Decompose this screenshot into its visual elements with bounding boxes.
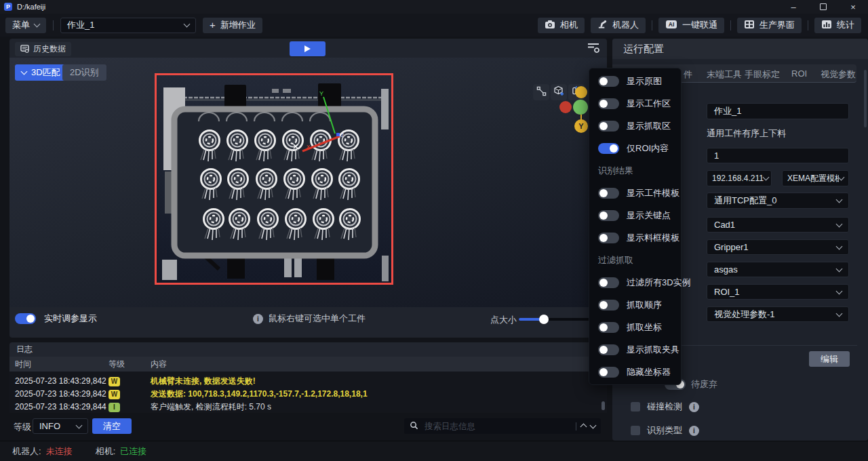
recognition-checkbox[interactable] [631, 426, 640, 435]
minimize-button[interactable]: – [778, 0, 808, 14]
one-key-link-button[interactable]: AI 一键联通 [658, 18, 724, 33]
gizmo-axis-dot-y[interactable]: Y [574, 119, 588, 133]
menu-item[interactable]: 显示关键点 [589, 204, 681, 226]
gripper-select[interactable]: Gripper1 [707, 239, 849, 255]
show-keypoints-toggle[interactable] [598, 210, 619, 221]
svg-text:X: X [307, 144, 311, 150]
log-scrollbar[interactable] [601, 401, 605, 410]
robot-status-value: 未连接 [46, 445, 73, 458]
menu-item[interactable]: 抓取坐标 [589, 316, 681, 338]
show-original-toggle[interactable] [598, 76, 619, 87]
menu-button[interactable]: 菜单 [5, 18, 46, 33]
tab-end-tool[interactable]: 末端工具 [707, 68, 742, 81]
roi-select[interactable]: ROI_1 [707, 284, 849, 300]
run-button[interactable] [290, 41, 326, 56]
roi-rectangle[interactable]: Y X Z [155, 73, 393, 285]
job-select[interactable]: 作业_1 [60, 18, 196, 33]
tab-vision-params[interactable]: 视觉参数 [821, 68, 856, 81]
viewer-hint-text: 鼠标右键可选中单个工件 [269, 313, 366, 325]
menu-item[interactable]: 抓取顺序 [589, 294, 681, 316]
log-row[interactable]: 2025-07-23 18:43:29,842 W 发送数据: 100,718.… [9, 388, 607, 401]
edit-button[interactable]: 编辑 [809, 351, 850, 367]
vision-params-select[interactable]: 视觉处理参数-1 [707, 306, 849, 322]
show-grabzone-toggle[interactable] [598, 121, 619, 132]
tab-roi[interactable]: ROI [791, 68, 807, 79]
chevron-down-icon [184, 21, 191, 28]
measure-tool-button[interactable] [533, 84, 549, 100]
close-button[interactable]: × [838, 0, 868, 14]
clear-log-button[interactable]: 清空 [92, 418, 132, 434]
tab-workpiece[interactable]: 件 [684, 68, 692, 81]
recognition-label: 识别类型 [647, 424, 682, 437]
menu-section-header: 识别结果 [589, 159, 681, 182]
live-tuning-toggle[interactable] [15, 313, 36, 324]
history-data-button[interactable]: 历史数据 [15, 42, 71, 56]
chevron-down-icon[interactable] [590, 422, 597, 428]
menu-item[interactable]: 显示料框模板 [589, 226, 681, 249]
tab-2d-recognition[interactable]: 2D识别 [62, 64, 106, 81]
camera-template-select[interactable]: XEMA配置模板- [782, 170, 849, 186]
panel-scrollbar[interactable] [864, 70, 867, 127]
production-ui-button[interactable]: 生产界面 [737, 18, 802, 33]
app-logo-icon: P [4, 3, 12, 11]
gizmo-axis-dot-red[interactable] [559, 101, 572, 113]
level-filter-select[interactable]: INFO [33, 418, 88, 434]
divider [652, 20, 652, 31]
menu-item[interactable]: 显示工件模板 [589, 182, 681, 204]
menu-item[interactable]: 仅ROI内容 [589, 137, 681, 159]
ip-select[interactable]: 192.168.4.211 [707, 170, 772, 186]
chevron-down-icon [34, 21, 41, 28]
statistics-button[interactable]: 统计 [814, 18, 861, 33]
log-level-badge: I [108, 403, 120, 412]
log-row[interactable]: 2025-07-23 18:43:29,844 I 客户端触发, 检测流程耗时:… [9, 401, 607, 413]
gizmo-axis-dot-green[interactable] [573, 100, 588, 115]
add-job-button[interactable]: + 新增作业 [203, 18, 262, 33]
log-search-input[interactable] [423, 421, 571, 432]
count-field[interactable]: 1 [707, 148, 849, 163]
display-options-button[interactable] [585, 41, 602, 57]
live-tuning-label: 实时调参显示 [44, 313, 97, 325]
menu-item[interactable]: 显示抓取夹具 [589, 338, 681, 361]
info-icon[interactable]: i [689, 426, 699, 436]
maximize-button[interactable] [808, 0, 838, 14]
filter-3d-instances-toggle[interactable] [598, 277, 619, 288]
log-search-box [404, 418, 601, 434]
grab-coords-toggle[interactable] [598, 322, 619, 333]
show-bin-template-toggle[interactable] [598, 233, 619, 243]
chevron-down-icon [76, 422, 83, 428]
roi-only-toggle[interactable] [598, 143, 619, 154]
divider [808, 20, 808, 31]
hide-axes-toggle[interactable] [598, 367, 619, 378]
log-message: 客户端触发, 检测流程耗时: 5.70 s [151, 401, 271, 413]
info-icon[interactable]: i [689, 402, 699, 412]
log-time: 2025-07-23 18:43:29,844 [15, 401, 106, 413]
tab-hand-eye-calib[interactable]: 手眼标定 [745, 68, 780, 81]
menu-item[interactable]: 显示工作区 [589, 92, 681, 115]
chevron-up-icon[interactable] [580, 424, 587, 430]
camera-button[interactable]: 相机 [538, 18, 585, 33]
slider-thumb[interactable] [539, 315, 549, 324]
template-select[interactable]: asgas [707, 262, 849, 277]
play-icon [304, 45, 311, 52]
menu-item[interactable]: 过滤所有3D实例 [589, 271, 681, 294]
show-workzone-toggle[interactable] [598, 98, 619, 109]
log-row[interactable]: 2025-07-23 18:43:29,842 W 机械臂未连接, 数据发送失败… [9, 375, 607, 388]
menu-item[interactable]: 显示抓取区 [589, 115, 681, 137]
point-cloud-image: Y X Z [157, 75, 391, 283]
show-gripper-toggle[interactable] [598, 344, 619, 355]
job-name-field[interactable]: 作业_1 [707, 103, 849, 119]
cad-select[interactable]: Cad1 [707, 217, 849, 233]
grab-order-toggle[interactable] [598, 300, 619, 310]
cube-add-tool-button[interactable] [551, 84, 567, 100]
point-size-slider[interactable] [519, 318, 600, 321]
robot-button[interactable]: 机器人 [591, 18, 646, 33]
tab-3d-match[interactable]: 3D匹配 [15, 64, 67, 81]
gizmo-axis-dot-yellow[interactable] [575, 86, 587, 98]
deprecated-label: 待废弃 [691, 378, 717, 390]
menu-item[interactable]: 显示原图 [589, 70, 681, 92]
history-icon [20, 44, 29, 55]
tcp-config-select[interactable]: 通用TCP配置_0 [707, 193, 849, 209]
collision-checkbox[interactable] [631, 402, 640, 412]
menu-item[interactable]: 隐藏坐标器 [589, 361, 681, 383]
show-part-template-toggle[interactable] [598, 188, 619, 199]
